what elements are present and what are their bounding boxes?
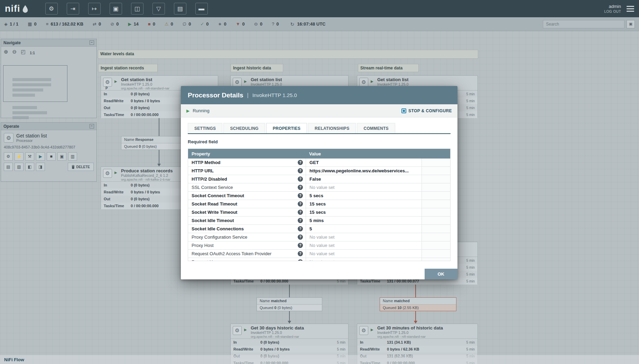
tab-comments[interactable]: COMMENTS: [357, 123, 395, 133]
help-icon[interactable]: ?: [298, 168, 303, 173]
help-icon[interactable]: ?: [298, 259, 303, 261]
status-count: 0: [224, 21, 226, 27]
move-group-icon[interactable]: ▥: [68, 152, 77, 161]
bulletin-board-icon[interactable]: ▣: [627, 20, 635, 28]
help-icon[interactable]: ?: [298, 160, 303, 165]
enable-icon[interactable]: ⚡: [15, 152, 24, 161]
navigate-title: Navigate: [3, 40, 21, 45]
logout-link[interactable]: LOG OUT: [604, 10, 621, 13]
process-group-icon[interactable]: ▣: [110, 3, 122, 15]
ok-button[interactable]: OK: [425, 269, 458, 279]
help-icon[interactable]: ?: [298, 176, 303, 182]
connection-label[interactable]: Name matchedQueued 10 (2.55 KB): [380, 297, 456, 311]
stat-label: Tasks/Time: [360, 279, 387, 283]
status-count: 0: [34, 21, 37, 27]
help-icon[interactable]: ?: [298, 218, 303, 223]
help-icon[interactable]: ?: [298, 251, 303, 256]
running-icon: ▶: [128, 21, 131, 27]
stop-icon[interactable]: ■: [47, 152, 56, 161]
template-icon[interactable]: ▤: [174, 3, 186, 15]
zoom-out-icon[interactable]: ⊖: [12, 49, 17, 56]
sync-failure-status: ?0: [272, 21, 279, 27]
zoom-fit-icon[interactable]: ◰: [21, 49, 26, 56]
output-port-icon[interactable]: ↦: [88, 3, 101, 15]
connection-arrow-icon: [157, 164, 161, 166]
help-icon[interactable]: ?: [298, 210, 303, 215]
property-row: Socket Connect Timeout?5 secs: [188, 192, 450, 200]
label-ingest-station-records[interactable]: Ingest station records: [98, 64, 158, 72]
stop-and-configure-button[interactable]: STOP & CONFIGURE: [401, 108, 452, 113]
stat-label: In: [360, 340, 387, 344]
property-value: 15 secs: [309, 201, 326, 207]
tab-properties[interactable]: PROPERTIES: [266, 123, 307, 133]
copy-icon[interactable]: ▤: [4, 163, 13, 171]
operate-panel: Operate − ⚙ Get station list Processor 4…: [1, 122, 97, 182]
processor-type: InvokeHTTP 1.25.0: [251, 331, 346, 335]
property-row: HTTP URL?https://www.pegelonline.wsv.de/…: [188, 167, 450, 175]
properties-table-body: HTTP Method?GETHTTP URL?https://www.pege…: [188, 159, 450, 261]
connection-label[interactable]: Name matchedQueued 0 (0 bytes): [257, 297, 322, 311]
fill-color-icon[interactable]: ◧: [25, 163, 34, 171]
copy-group-icon[interactable]: ▣: [57, 152, 66, 161]
stat-label: In: [104, 183, 131, 187]
property-value: 5 mins: [309, 218, 324, 223]
tab-relationships[interactable]: RELATIONSHIPS: [308, 123, 356, 133]
minimap[interactable]: [1, 58, 96, 118]
property-action-cell: [422, 241, 450, 249]
processor-name: Get station list: [251, 77, 346, 82]
column-header-property: Property: [188, 151, 306, 156]
label-ingest-historic-data[interactable]: Ingest historic data: [231, 64, 283, 72]
refresh-icon[interactable]: ↻: [290, 21, 294, 27]
stat-window: 5 min: [337, 279, 345, 283]
delete-button[interactable]: DELETE: [68, 163, 94, 171]
property-name-cell: Request Username?: [188, 258, 306, 261]
collapse-icon[interactable]: −: [90, 40, 94, 45]
remote-process-group-icon[interactable]: ◫: [131, 3, 143, 15]
start-icon[interactable]: ▶: [36, 152, 45, 161]
zoom-in-icon[interactable]: ⊕: [4, 49, 8, 56]
minimap-node: [12, 83, 51, 86]
property-value: No value set: [309, 243, 334, 248]
connection-arrow-icon: [288, 321, 291, 324]
stat-window: 5 min: [466, 266, 475, 269]
terminate-icon[interactable]: ⚒: [25, 152, 34, 161]
help-icon[interactable]: ?: [298, 243, 303, 248]
operate-title: Operate: [3, 124, 19, 129]
zoom-actual-icon[interactable]: 1:1: [30, 49, 35, 56]
property-action-cell: [422, 192, 450, 200]
tab-settings[interactable]: SETTINGS: [188, 123, 222, 133]
running-icon: ▶: [114, 171, 117, 174]
label-stream-real-time-data[interactable]: Stream real-time data: [358, 64, 419, 72]
help-icon[interactable]: ?: [298, 185, 303, 190]
help-icon[interactable]: ?: [298, 234, 303, 240]
global-menu-icon[interactable]: [627, 6, 634, 12]
navigate-panel: Navigate − ⊕⊖◰1:1: [1, 39, 97, 118]
stat-label: Read/Write: [360, 347, 387, 351]
connection-name: Name Response: [121, 136, 186, 143]
help-icon[interactable]: ?: [298, 201, 303, 207]
property-value: No value set: [309, 259, 334, 261]
change-color-icon[interactable]: ◨: [36, 163, 45, 171]
funnel-icon[interactable]: ▽: [152, 3, 165, 15]
minimap-node: [12, 78, 51, 81]
tab-scheduling[interactable]: SCHEDULING: [223, 123, 265, 133]
minimap-node: [12, 111, 47, 114]
processor-icon[interactable]: ⚙: [45, 3, 58, 15]
connection-label[interactable]: Name ResponseQueued 0 (0 bytes): [121, 136, 187, 150]
breadcrumb[interactable]: NiFi Flow: [4, 357, 24, 362]
paste-icon[interactable]: ▧: [15, 163, 24, 171]
processor-bundle: org.apache.nifi - nifi-standard-nar: [377, 335, 475, 339]
minimap-node: [12, 106, 37, 109]
configure-icon[interactable]: ⚙: [4, 152, 13, 161]
nifi-logo-text: nifi: [5, 4, 20, 13]
help-icon[interactable]: ?: [298, 193, 303, 198]
label-water-levels-data[interactable]: Water levels data: [98, 50, 478, 59]
label-icon[interactable]: ▬: [195, 3, 208, 15]
running-icon: ▶: [114, 79, 117, 83]
input-port-icon[interactable]: ⇥: [67, 3, 79, 15]
collapse-icon[interactable]: −: [90, 124, 94, 128]
status-bar: ◈1 / 1▦0≡613 / 162.02 KB⇄0⊘0▶14■0⚠0∅0✓0∗…: [0, 17, 639, 31]
search-input[interactable]: [543, 20, 624, 28]
property-action-cell: [422, 175, 450, 183]
help-icon[interactable]: ?: [298, 226, 303, 231]
